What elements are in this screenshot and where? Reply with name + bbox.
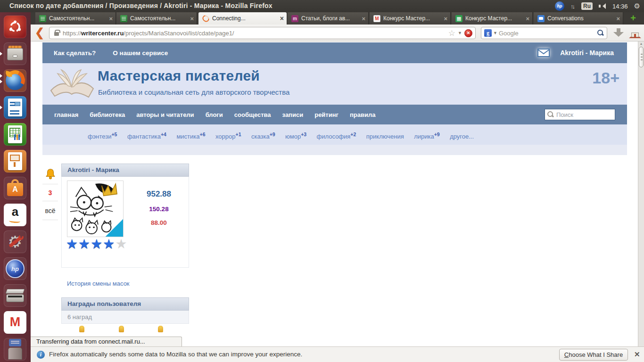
search-engine-dropdown-icon[interactable]: ▼ xyxy=(493,31,497,35)
nav-item-library[interactable]: библиотека xyxy=(90,111,125,118)
choose-what-i-share-button[interactable]: Choose What I Share xyxy=(559,349,628,361)
bookmark-star-icon[interactable]: ☆ xyxy=(448,28,455,38)
launcher-item-firefox[interactable] xyxy=(4,69,26,92)
star-filled-icon: ★ xyxy=(91,237,103,251)
genre-link[interactable]: фэнтези+5 xyxy=(88,133,117,140)
home-button[interactable] xyxy=(629,26,641,39)
awards-count[interactable]: 6 наград xyxy=(61,311,189,324)
genre-link[interactable]: другое... xyxy=(450,133,474,140)
url-dropdown-icon[interactable]: ▼ xyxy=(458,31,462,35)
tab-1[interactable]: Самостоятельн... × xyxy=(35,12,116,25)
nav-item-rules[interactable]: правила xyxy=(350,111,376,118)
genre-link[interactable]: философия+2 xyxy=(317,133,356,140)
scroll-up-icon[interactable]: ▲ xyxy=(638,42,644,45)
tab-5[interactable]: M Конкурс Мастер... × xyxy=(370,12,451,25)
genre-label: другое... xyxy=(450,133,474,140)
star-rating[interactable]: ★★★★★ xyxy=(66,237,128,251)
genre-link[interactable]: юмор+3 xyxy=(285,133,306,140)
launcher-item-libreoffice-calc[interactable] xyxy=(4,123,26,146)
link-how-to[interactable]: Как сделать? xyxy=(54,49,96,57)
launcher-item-gmail[interactable]: M xyxy=(4,311,26,334)
all-cell[interactable]: всё xyxy=(42,201,58,220)
session-gear-icon[interactable]: ⚙ xyxy=(634,2,640,10)
url-domain: writercenter.ru xyxy=(81,30,124,37)
tab-close-icon[interactable]: × xyxy=(526,15,529,22)
mail-envelope-icon[interactable] xyxy=(537,49,550,57)
downloads-button[interactable] xyxy=(613,27,624,39)
tab-6[interactable]: ▦ Конкурс Мастер... × xyxy=(452,12,533,25)
search-icon xyxy=(547,111,554,118)
site-title[interactable]: Мастерская писателей xyxy=(98,68,260,84)
tab-close-icon[interactable]: × xyxy=(109,15,113,22)
genre-link[interactable]: сказка+9 xyxy=(251,133,275,140)
new-tab-button[interactable]: + xyxy=(627,13,639,24)
notification-count: 3 xyxy=(49,189,52,197)
nav-item-blogs[interactable]: блоги xyxy=(206,111,223,118)
current-username[interactable]: Akrotiri - Марика xyxy=(560,49,614,57)
tab-7[interactable]: Conversations × xyxy=(534,12,623,25)
stop-button[interactable]: ✕ xyxy=(464,29,472,37)
launcher-item-system-settings[interactable]: ⚙ xyxy=(4,230,26,253)
nav-item-rating[interactable]: рейтинг xyxy=(314,111,339,118)
scrollbar[interactable]: ▲ xyxy=(638,41,644,346)
tab-4[interactable]: m Статьи, блоги ав... × xyxy=(288,12,369,25)
avatar[interactable] xyxy=(67,181,124,237)
url-text[interactable]: https://writercenter.ru/projects/MariaSt… xyxy=(63,30,447,37)
tab-close-icon[interactable]: × xyxy=(362,15,365,22)
nav-item-main[interactable]: главная xyxy=(54,111,78,118)
mask-history-link[interactable]: История смены масок xyxy=(67,280,130,287)
back-button[interactable]: ❮ xyxy=(33,26,46,39)
hp-logo-icon[interactable]: hp xyxy=(555,1,564,11)
web-search-box[interactable]: g ▼ xyxy=(481,27,607,39)
tab-close-icon[interactable]: × xyxy=(616,15,620,22)
tab-close-icon[interactable]: × xyxy=(444,15,447,22)
genre-count: +4 xyxy=(161,132,166,137)
window-title: Список по дате добавления / Произведения… xyxy=(9,2,272,9)
notifications-cell[interactable] xyxy=(42,164,58,184)
tab-2[interactable]: Самостоятельн... × xyxy=(116,12,197,25)
nav-item-communities[interactable]: сообщества xyxy=(234,111,271,118)
tab-label: Connecting... xyxy=(212,15,278,22)
notification-count-cell[interactable]: 3 xyxy=(42,184,58,201)
url-bar[interactable]: https://writercenter.ru/projects/MariaSt… xyxy=(49,27,476,39)
launcher-item-software-center[interactable]: A xyxy=(4,177,26,199)
site-header: Мастерская писателей Библиотека и социал… xyxy=(42,63,627,105)
genre-link[interactable]: приключения xyxy=(366,133,404,140)
mini-sidebar: 3 всё xyxy=(42,164,58,220)
site-search-box[interactable] xyxy=(545,109,615,120)
genre-link[interactable]: лирика+9 xyxy=(414,133,440,140)
tab-3-active[interactable]: Connecting... × xyxy=(198,12,287,25)
genre-link[interactable]: хоррор+1 xyxy=(215,133,241,140)
genre-label: мистика xyxy=(176,133,199,140)
launcher-item-libreoffice-impress[interactable] xyxy=(4,150,26,173)
launcher-item-simple-scan[interactable] xyxy=(4,284,26,307)
google-icon[interactable]: g xyxy=(484,29,492,37)
site-search-input[interactable] xyxy=(556,111,612,118)
link-about-service[interactable]: О нашем сервисе xyxy=(113,49,168,57)
launcher-item-hp-tools[interactable]: hp xyxy=(4,257,26,280)
clock[interactable]: 14:36 xyxy=(612,3,628,10)
scrollbar-thumb[interactable] xyxy=(639,47,644,67)
launcher-item-trash[interactable] xyxy=(4,338,26,361)
launcher-item-ubuntu-dash[interactable] xyxy=(4,16,26,38)
launcher-item-file-manager[interactable] xyxy=(4,42,26,65)
nav-item-posts[interactable]: записи xyxy=(282,111,304,118)
genre-link[interactable]: мистика+6 xyxy=(176,133,205,140)
rating-block: 952.88 150.28 88.00 xyxy=(132,177,185,226)
genre-count: +6 xyxy=(200,132,206,137)
nav-item-authors[interactable]: авторы и читатели xyxy=(136,111,194,118)
keyboard-layout-indicator[interactable]: Ru xyxy=(581,2,593,10)
launcher-item-amazon[interactable]: a xyxy=(4,204,26,226)
genre-link[interactable]: фантастика+4 xyxy=(127,133,166,140)
profile-card-title[interactable]: Akrotiri - Марика xyxy=(61,164,189,177)
web-search-input[interactable] xyxy=(499,30,597,37)
updown-arrows-icon[interactable]: ↑↓ xyxy=(570,3,575,10)
tab-close-icon[interactable]: × xyxy=(190,15,194,22)
tab-label: Конкурс Мастер... xyxy=(383,15,442,22)
genre-count: +1 xyxy=(236,132,241,137)
launcher-item-libreoffice-writer[interactable] xyxy=(4,96,26,119)
tab-close-icon[interactable]: × xyxy=(280,15,284,22)
notification-close-icon[interactable]: ✕ xyxy=(634,350,640,359)
volume-icon[interactable] xyxy=(599,3,606,9)
search-icon[interactable] xyxy=(597,30,604,36)
